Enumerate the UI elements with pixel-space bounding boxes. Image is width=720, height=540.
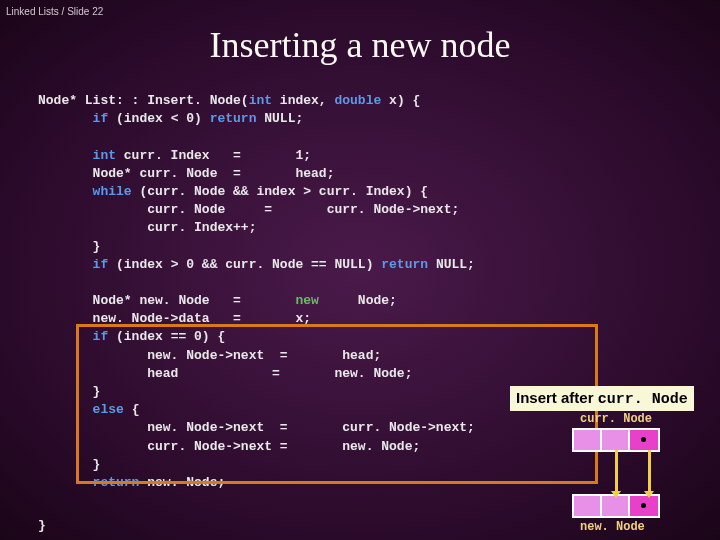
arrow-down-icon: [615, 450, 618, 492]
breadcrumb: Linked Lists / Slide 22: [6, 6, 103, 17]
page-title: Inserting a new node: [210, 24, 511, 66]
closing-brace: }: [38, 518, 46, 533]
label-curr-node: curr. Node: [580, 412, 652, 426]
annotation-label: Insert after curr. Node: [510, 386, 694, 411]
label-new-node: new. Node: [580, 520, 645, 534]
arrow-down-icon: [648, 450, 651, 492]
node-diagram-curr: [572, 428, 660, 452]
annotation-code: curr. Node: [598, 391, 688, 408]
annotation-prefix: Insert after: [516, 389, 598, 406]
